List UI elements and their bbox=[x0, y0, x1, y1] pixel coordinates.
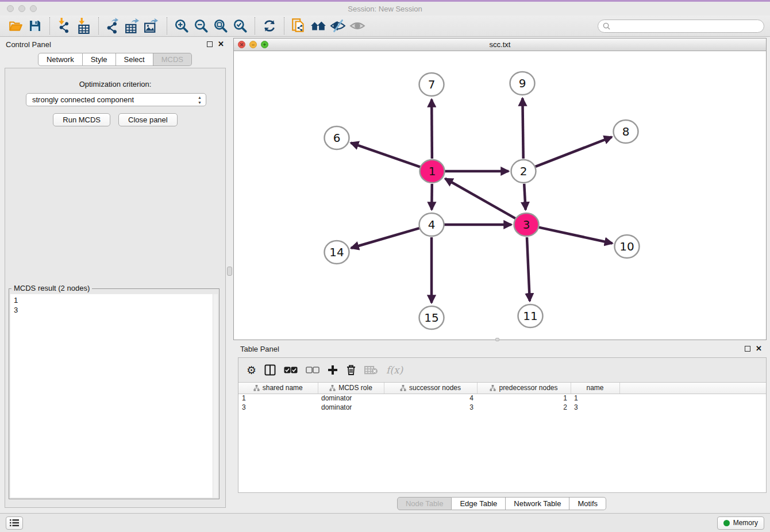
toolbar-separator bbox=[49, 17, 50, 34]
table-panel: Table Panel ✕ ⚙ f(x) bbox=[233, 341, 770, 513]
toolbar-separator bbox=[255, 17, 255, 34]
zoom-out-icon[interactable] bbox=[191, 17, 211, 34]
hide-selected-icon[interactable] bbox=[328, 17, 348, 34]
zoom-fit-icon[interactable] bbox=[211, 17, 230, 34]
graph-edge-1-7[interactable] bbox=[432, 99, 432, 159]
add-column-icon[interactable] bbox=[328, 365, 338, 375]
graph-edge-2-8[interactable] bbox=[536, 137, 612, 167]
save-session-icon[interactable] bbox=[25, 17, 45, 34]
network-window-title: scc.txt bbox=[234, 40, 766, 49]
task-history-button[interactable] bbox=[6, 516, 23, 530]
import-table-icon[interactable] bbox=[74, 17, 94, 34]
apply-layout-icon[interactable] bbox=[260, 17, 279, 34]
network-window-titlebar[interactable]: scc.txt ✕ − + bbox=[234, 38, 766, 51]
tab-network[interactable]: Network bbox=[38, 53, 83, 66]
export-image-icon[interactable] bbox=[143, 17, 162, 34]
network-canvas[interactable]: 7968124314101511 bbox=[234, 51, 766, 340]
table-row[interactable]: 1dominator 41 1 bbox=[238, 394, 766, 403]
graph-node-label-4: 4 bbox=[428, 218, 436, 232]
tab-edge-table[interactable]: Edge Table bbox=[452, 497, 506, 510]
mcds-result-title: MCDS result (2 nodes) bbox=[11, 284, 92, 292]
search-box[interactable] bbox=[598, 20, 764, 33]
graph-edge-2-9[interactable] bbox=[522, 98, 523, 159]
memory-button[interactable]: Memory bbox=[717, 516, 764, 530]
tab-select[interactable]: Select bbox=[116, 53, 153, 66]
run-mcds-button[interactable]: Run MCDS bbox=[53, 113, 110, 126]
toolbar-separator bbox=[167, 17, 167, 34]
splitter-handle[interactable] bbox=[227, 267, 232, 276]
graph-node-label-11: 11 bbox=[523, 309, 537, 323]
graph-node-label-7: 7 bbox=[428, 78, 436, 91]
graph-edge-3-10[interactable] bbox=[538, 228, 612, 244]
tab-network-table[interactable]: Network Table bbox=[506, 497, 569, 510]
graph-edge-3-1[interactable] bbox=[445, 179, 515, 218]
mcds-panel: Optimization criterion: strongly connect… bbox=[5, 68, 226, 508]
graph-node-label-10: 10 bbox=[619, 240, 634, 253]
table-header-row: shared name MCDS role successor nodes pr… bbox=[238, 383, 766, 394]
show-all-icon[interactable] bbox=[348, 17, 367, 34]
close-panel-button[interactable]: Close panel bbox=[118, 113, 178, 126]
search-input[interactable] bbox=[613, 22, 759, 30]
graph-node-label-6: 6 bbox=[333, 131, 341, 145]
graph-edge-4-14[interactable] bbox=[351, 228, 419, 248]
graph-node-label-15: 15 bbox=[424, 311, 438, 325]
float-panel-icon[interactable] bbox=[207, 41, 213, 47]
delete-table-icon[interactable] bbox=[364, 365, 378, 375]
column-shared-name[interactable]: shared name bbox=[238, 383, 318, 394]
zoom-selected-icon[interactable] bbox=[230, 17, 250, 34]
table-toolbar: ⚙ f(x) bbox=[238, 358, 766, 382]
toolbar-separator bbox=[98, 17, 99, 34]
graph-node-label-9: 9 bbox=[519, 76, 526, 90]
column-tree-icon bbox=[400, 385, 406, 391]
zoom-in-icon[interactable] bbox=[172, 17, 191, 34]
table-row[interactable]: 3dominator 32 3 bbox=[238, 403, 766, 412]
tab-node-table[interactable]: Node Table bbox=[397, 497, 452, 510]
mcds-result-text[interactable]: 1 3 bbox=[10, 294, 218, 498]
column-name[interactable]: name bbox=[571, 383, 619, 394]
export-network-icon[interactable] bbox=[103, 17, 123, 34]
result-scrollbar[interactable] bbox=[213, 294, 218, 498]
list-icon bbox=[10, 519, 19, 527]
graph-node-label-1: 1 bbox=[429, 164, 436, 178]
deselect-all-icon[interactable] bbox=[306, 367, 319, 373]
column-tree-icon bbox=[253, 385, 260, 391]
table-close-panel-icon[interactable]: ✕ bbox=[756, 346, 762, 352]
column-successor-nodes[interactable]: successor nodes bbox=[384, 383, 477, 394]
network-graph: 7968124314101511 bbox=[234, 51, 766, 340]
graph-node-label-14: 14 bbox=[329, 245, 344, 259]
column-filler bbox=[619, 383, 766, 394]
network-view-window: scc.txt ✕ − + 7968124314101511 bbox=[233, 38, 767, 340]
open-file-icon[interactable] bbox=[6, 17, 25, 34]
main-toolbar bbox=[0, 16, 770, 37]
table-float-panel-icon[interactable] bbox=[745, 346, 750, 352]
import-network-icon[interactable] bbox=[55, 17, 74, 34]
tab-style[interactable]: Style bbox=[83, 53, 116, 66]
graph-edge-1-6[interactable] bbox=[351, 143, 421, 167]
graph-edge-2-3[interactable] bbox=[524, 184, 525, 210]
clone-network-icon[interactable] bbox=[289, 17, 309, 34]
close-panel-icon[interactable]: ✕ bbox=[218, 41, 224, 47]
graph-node-label-3: 3 bbox=[523, 218, 530, 232]
app-title: Session: New Session bbox=[0, 5, 770, 13]
memory-label: Memory bbox=[733, 519, 758, 527]
node-table: shared name MCDS role successor nodes pr… bbox=[238, 382, 766, 492]
select-all-icon[interactable] bbox=[284, 367, 298, 373]
table-settings-icon[interactable]: ⚙ bbox=[247, 364, 256, 377]
column-tree-icon bbox=[490, 385, 496, 391]
delete-column-icon[interactable] bbox=[346, 364, 356, 376]
function-builder-icon[interactable]: f(x) bbox=[386, 364, 403, 376]
column-tree-icon bbox=[329, 385, 336, 391]
column-mcds-role[interactable]: MCDS role bbox=[318, 383, 384, 394]
criterion-select[interactable]: strongly connected component ▲▼ bbox=[26, 93, 206, 106]
column-pane-icon[interactable] bbox=[264, 364, 276, 376]
tab-mcds[interactable]: MCDS bbox=[153, 53, 192, 66]
first-neighbors-icon[interactable] bbox=[309, 17, 328, 34]
optimization-criterion-label: Optimization criterion: bbox=[5, 80, 225, 88]
column-predecessor-nodes[interactable]: predecessor nodes bbox=[477, 383, 571, 394]
control-panel-title: Control Panel bbox=[6, 40, 51, 49]
memory-status-icon bbox=[723, 520, 730, 526]
export-table-icon[interactable] bbox=[123, 17, 143, 34]
select-arrows-icon: ▲▼ bbox=[198, 95, 202, 105]
graph-edge-3-11[interactable] bbox=[527, 237, 530, 301]
tab-motifs[interactable]: Motifs bbox=[569, 497, 606, 510]
